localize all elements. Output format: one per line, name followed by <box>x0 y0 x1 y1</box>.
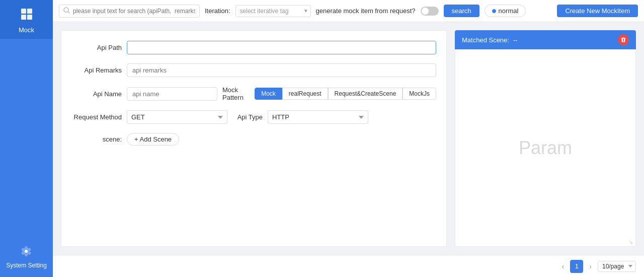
matched-scene-bar: Matched Scene: -- <box>455 30 636 49</box>
pattern-request-scene-btn[interactable]: Request&CreateScene <box>328 88 403 100</box>
normal-button[interactable]: normal <box>485 5 526 17</box>
delete-button[interactable] <box>618 34 629 45</box>
toolbar: Iteration: select iterative tag generate… <box>53 0 644 22</box>
svg-rect-0 <box>21 9 26 14</box>
main-area: Iteration: select iterative tag generate… <box>53 0 644 277</box>
svg-rect-3 <box>27 15 32 20</box>
pattern-mockjs-btn[interactable]: MockJs <box>403 88 436 100</box>
request-method-row: Request Method GET POST PUT DELETE Api T… <box>71 110 436 124</box>
pagination-current-page[interactable]: 1 <box>570 260 583 273</box>
api-name-pattern-row: Api Name Mock Pattern Mock realRequest R… <box>71 86 436 101</box>
api-name-label: Api Name <box>71 90 122 98</box>
add-scene-button[interactable]: + Add Scene <box>127 133 179 146</box>
create-button[interactable]: Create New MockItem <box>557 5 638 17</box>
svg-rect-1 <box>27 9 32 14</box>
iteration-select[interactable]: select iterative tag <box>235 5 311 17</box>
normal-dot <box>492 9 496 13</box>
footer: ‹ 1 › 10/page 20/page 50/page <box>53 255 644 277</box>
search-button[interactable]: search <box>444 5 479 17</box>
api-type-label: Api Type <box>232 113 263 121</box>
right-panel: Matched Scene: -- Param ↘ <box>455 30 636 247</box>
request-method-select[interactable]: GET POST PUT DELETE <box>127 110 227 124</box>
svg-rect-2 <box>21 15 26 20</box>
iteration-select-wrapper[interactable]: select iterative tag <box>235 5 311 17</box>
generate-label: generate mock item from request? <box>316 7 416 15</box>
api-remarks-label: Api Remarks <box>71 66 122 74</box>
search-box[interactable] <box>59 5 200 18</box>
matched-scene-label: Matched Scene: <box>462 36 509 44</box>
resize-handle[interactable]: ↘ <box>628 239 633 244</box>
pagination-prev-button[interactable]: ‹ <box>559 261 568 271</box>
sidebar-mock-section[interactable]: Mock <box>0 0 53 39</box>
search-icon <box>63 7 70 15</box>
pattern-mock-btn[interactable]: Mock <box>255 88 282 100</box>
mock-pattern-label: Mock Pattern <box>222 86 246 101</box>
api-path-row: Api Path <box>71 41 436 54</box>
sidebar-settings-label: System Setting <box>6 262 47 269</box>
sidebar-settings-section[interactable]: System Setting <box>6 245 47 277</box>
content-area: Api Path Api Remarks Api Name Mock Patte… <box>53 22 644 255</box>
param-area: Param ↘ <box>455 49 636 247</box>
form-panel: Api Path Api Remarks Api Name Mock Patte… <box>61 30 447 247</box>
mock-icon <box>20 7 34 24</box>
pattern-real-btn[interactable]: realRequest <box>282 88 328 100</box>
scene-row: scene: + Add Scene <box>71 133 436 146</box>
generate-toggle[interactable] <box>421 7 439 16</box>
pattern-group: Mock realRequest Request&CreateScene Moc… <box>255 88 436 100</box>
api-remarks-input[interactable] <box>127 63 436 77</box>
page-size-select[interactable]: 10/page 20/page 50/page <box>598 261 636 272</box>
search-input[interactable] <box>73 8 195 15</box>
iteration-label: Iteration: <box>205 7 230 15</box>
scene-label: scene: <box>71 135 122 143</box>
api-remarks-row: Api Remarks <box>71 63 436 77</box>
api-name-input[interactable] <box>127 87 217 101</box>
sidebar: Mock System Setting <box>0 0 53 277</box>
api-type-select[interactable]: HTTP HTTPS <box>268 110 368 124</box>
svg-line-5 <box>68 12 69 13</box>
matched-scene-value: -- <box>513 36 518 44</box>
pagination-next-button[interactable]: › <box>586 261 595 271</box>
sidebar-mock-label: Mock <box>19 26 34 34</box>
settings-icon <box>20 245 32 260</box>
api-path-label: Api Path <box>71 44 122 51</box>
api-path-input[interactable] <box>127 41 436 54</box>
param-placeholder-text: Param <box>519 137 572 159</box>
request-method-label: Request Method <box>71 113 122 121</box>
normal-label: normal <box>499 7 519 15</box>
